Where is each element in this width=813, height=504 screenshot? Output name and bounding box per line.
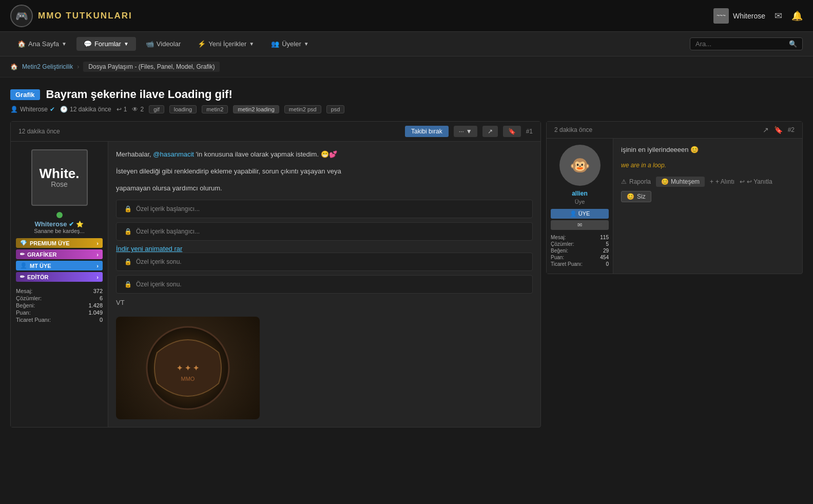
sidebar-username-1: Whiterose ✔ ⭐ [35, 220, 84, 228]
badge-grafiker-label: GRAFİKER [27, 251, 56, 258]
tag-gif[interactable]: gif [149, 105, 164, 113]
badge-editor: ✏ EDİTÖR › [16, 272, 103, 282]
tag-loading[interactable]: loading [169, 105, 197, 113]
tag-metin2-loading[interactable]: metin2 loading [233, 105, 279, 113]
lock-icon-4: 🔒 [124, 281, 132, 288]
locked-text-4: Özel içerik sonu. [136, 281, 182, 288]
locked-content-2: 🔒 Özel içerik başlangıcı... [116, 222, 533, 241]
nav-item-videos[interactable]: 📹 Videolar [139, 37, 188, 51]
replies-count: 1 [124, 106, 127, 113]
badge-arrow-icon-4: › [96, 274, 99, 280]
nav-item-home[interactable]: 🏠 Ana Sayfa ▼ [10, 37, 74, 51]
clock-icon: 🕐 [60, 106, 68, 113]
post-1-actions: Takibi bırak ··· ▼ ↗ 🔖 #1 [405, 126, 533, 137]
post-options-button[interactable]: ··· ▼ [454, 126, 477, 137]
follow-button-2[interactable]: 👤 ÜYE [551, 209, 609, 219]
search-input[interactable] [695, 40, 785, 48]
sidebar-username-2: allien [572, 190, 588, 197]
posts-wrapper: 12 dakika önce Takibi bırak ··· ▼ ↗ 🔖 #1 [10, 121, 803, 428]
download-link[interactable]: İndir yeni animated rar [116, 245, 182, 253]
nav-item-new-content[interactable]: ⚡ Yeni İçerikler ▼ [190, 37, 261, 51]
page-title: Bayram şekerine ilave Loading gif! [46, 88, 233, 101]
stat2-val-points: 454 [600, 255, 609, 260]
post-1-text-main: Merhabalar, @hasanmacit 'in konusuna ila… [116, 149, 533, 160]
stat2-row-solutions: Çözümler: 5 [551, 241, 609, 247]
post-2-loop-text: we are in a loop. [621, 162, 795, 169]
post-meta: 👤 Whiterose ✔ 🕐 12 dakika önce ↩ 1 👁 2 g… [10, 105, 803, 113]
lock-icon-1: 🔒 [124, 205, 132, 212]
locked-content-4: 🔒 Özel içerik sonu. [116, 275, 533, 294]
avatar: ~~~ [713, 8, 729, 24]
breadcrumb-parent[interactable]: Metin2 Geliştiricilik [22, 63, 73, 70]
logo-area[interactable]: 🎮 MMO TUTKUNLARI [10, 5, 132, 27]
follow-label-2: ÜYE [578, 210, 590, 217]
bookmark-button[interactable]: 🔖 [503, 126, 521, 137]
reaction-label: Muhteşem [671, 178, 700, 185]
tag-metin2[interactable]: metin2 [202, 105, 228, 113]
bell-icon[interactable]: 🔔 [791, 10, 803, 22]
nav-item-members[interactable]: 👥 Üyeler ▼ [264, 37, 316, 51]
post-2-footer: ⚠ Raporla 😊 Muhteşem + + Alıntı [621, 177, 795, 187]
reaction-button[interactable]: 😊 Muhteşem [656, 177, 705, 187]
reply-label: ↩ Yanıtla [747, 178, 772, 185]
user-info[interactable]: ~~~ Whiterose [713, 8, 765, 24]
stat-row-messages: Mesaj: 372 [16, 287, 103, 295]
chevron-down-icon-3: ▼ [249, 41, 254, 47]
share-button-2[interactable]: ↗ [763, 126, 769, 134]
stat2-val-messages: 115 [600, 235, 609, 240]
stat2-val-solutions: 5 [606, 241, 609, 247]
nav-item-forums[interactable]: 💬 Forumlar ▼ [76, 37, 136, 51]
logo-text: MMO TUTKUNLARI [38, 11, 132, 21]
stat-label-trade: Ticaret Puanı: [16, 317, 51, 323]
bookmark-icon-2: 🔖 [774, 126, 783, 134]
message-button-2[interactable]: ✉ [551, 220, 609, 230]
user-icon: 👤 [10, 106, 18, 113]
post-1-body: White. Rose Whiterose ✔ ⭐ Sanane be kard… [11, 142, 540, 427]
tag-psd[interactable]: psd [326, 105, 345, 113]
avatar-2: 🐵 [559, 145, 601, 186]
locked-content-3: 🔒 Özel içerik sonu. [116, 253, 533, 271]
avatar-large-1: White. Rose [31, 149, 88, 206]
search-bar[interactable]: 🔍 [690, 37, 803, 50]
post-title-row: Grafik Bayram şekerine ilave Loading gif… [10, 88, 803, 101]
post-views-meta: 👁 2 [132, 106, 144, 113]
post-2-body: 🐵 allien Üye 👤 ÜYE ✉ Me [547, 139, 802, 274]
chevron-down-icon-2: ▼ [124, 41, 129, 47]
post-1: 12 dakika önce Takibi bırak ··· ▼ ↗ 🔖 #1 [10, 121, 541, 428]
stat-row-solutions: Çözümler: 6 [16, 295, 103, 302]
follow-button[interactable]: Takibi bırak [405, 126, 449, 137]
badge-premium: 💎 PREMIUM ÜYE › [16, 238, 103, 248]
dropdown-arrow-icon: ▼ [466, 128, 472, 135]
stat-row-trade: Ticaret Puanı: 0 [16, 316, 103, 323]
stat-val-messages: 372 [93, 288, 103, 294]
report-button[interactable]: ⚠ Raporla [621, 178, 651, 185]
tag-metin2-psd[interactable]: metin2 psd [284, 105, 321, 113]
post-1-content: Merhabalar, @hasanmacit 'in konusuna ila… [108, 142, 540, 427]
stat2-label-likes: Beğeni: [551, 248, 568, 254]
breadcrumb-current: Dosya Paylaşım - (Files, Panel, Model, G… [83, 62, 220, 72]
mail-icon[interactable]: ✉ [775, 10, 782, 22]
sidebar-name-text: Whiterose [35, 220, 67, 228]
stat2-row-likes: Beğeni: 29 [551, 247, 609, 254]
stat-val-points: 1.049 [88, 309, 103, 316]
lock-icon-3: 🔒 [124, 258, 132, 265]
forums-icon: 💬 [84, 40, 92, 48]
reply-button[interactable]: ↩ ↩ Yanıtla [740, 178, 772, 185]
editor-icon: ✏ [20, 274, 25, 280]
share-button[interactable]: ↗ [482, 126, 498, 137]
top-right-nav: ~~~ Whiterose ✉ 🔔 [713, 8, 803, 24]
stat2-row-points: Puan: 454 [551, 254, 609, 261]
quote-button[interactable]: + + Alıntı [710, 178, 734, 185]
mention-link[interactable]: @hasanmacit [153, 150, 194, 158]
home-icon: 🏠 [17, 40, 26, 48]
stat2-val-likes: 29 [603, 248, 609, 254]
post-2-actions: ↗ 🔖 #2 [763, 126, 795, 134]
badge-editor-label: EDİTÖR [27, 274, 49, 280]
post-2: 2 dakika önce ↗ 🔖 #2 [546, 121, 803, 274]
stat2-label-solutions: Çözümler: [551, 241, 574, 247]
greeting-text: Merhabalar, [116, 150, 153, 158]
avatar-text-line1: White. [40, 167, 80, 180]
pencil-icon: ✏ [20, 251, 25, 258]
bookmark-button-2[interactable]: 🔖 [774, 126, 783, 134]
locked-content-1: 🔒 Özel içerik başlangıcı... [116, 200, 533, 218]
